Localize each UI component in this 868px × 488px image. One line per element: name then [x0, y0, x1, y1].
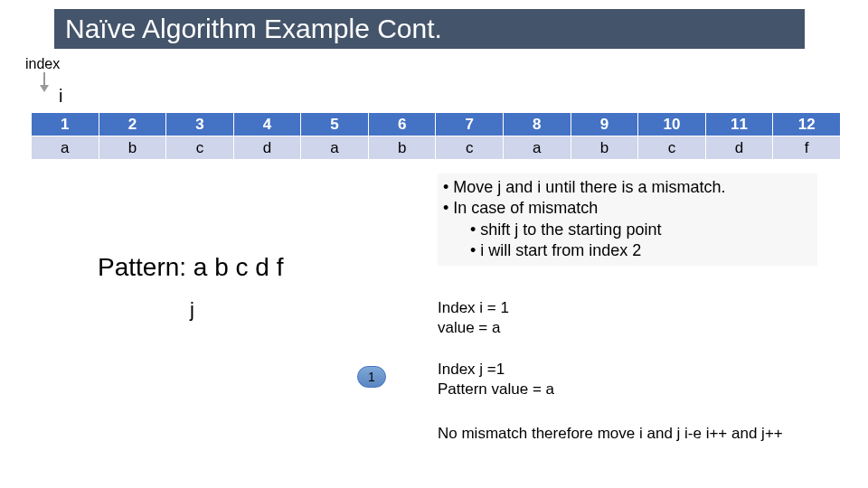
table-header-cell: 7 [436, 113, 504, 136]
table-header-cell: 5 [301, 113, 369, 136]
table-header-cell: 2 [99, 113, 166, 136]
table-value-cell: c [638, 136, 706, 160]
bullet-item: In case of mismatch [443, 198, 812, 219]
i-pointer-label: i [59, 86, 62, 107]
table-value-cell: b [368, 136, 436, 160]
status-i-value: value = a [438, 318, 509, 338]
table-header-cell: 4 [233, 113, 301, 136]
table-value-cell: a [32, 136, 99, 160]
table-header-cell: 9 [571, 113, 638, 136]
table-header-cell: 8 [504, 113, 571, 136]
j-pointer-label: j [190, 298, 194, 322]
svg-marker-1 [40, 85, 49, 92]
index-label: index [25, 56, 60, 72]
conclusion-text: No mismatch therefore move i and j i-e i… [438, 425, 783, 443]
pattern-label: Pattern: a b c d f [98, 253, 283, 282]
j-value: 1 [368, 370, 375, 384]
table-header-cell: 11 [705, 113, 773, 136]
table-header-cell: 1 [32, 113, 99, 136]
status-j-value: Pattern value = a [438, 380, 554, 399]
table-value-cell: b [571, 136, 638, 160]
table-value-cell: b [99, 136, 166, 160]
text-table: 1 2 3 4 5 6 7 8 9 10 11 12 a b c d a b c… [31, 112, 841, 160]
algorithm-bullets: Move j and i until there is a mismatch. … [438, 174, 817, 266]
bullet-item: Move j and i until there is a mismatch. [443, 177, 812, 198]
table-value-cell: d [233, 136, 301, 160]
bullet-subitem: i will start from index 2 [443, 240, 812, 261]
slide-title: Naïve Algorithm Example Cont. [65, 14, 442, 44]
table-value-cell: f [773, 136, 841, 160]
table-header-cell: 10 [638, 113, 706, 136]
table-value-row: a b c d a b c a b c d f [32, 136, 841, 160]
status-j-index: Index j =1 [438, 360, 554, 380]
bullet-subitem: shift j to the starting point [443, 220, 812, 240]
table-value-cell: a [504, 136, 571, 160]
status-i-index: Index i = 1 [438, 298, 509, 318]
slide-title-bar: Naïve Algorithm Example Cont. [54, 9, 805, 49]
j-value-pill: 1 [357, 366, 386, 388]
status-i-block: Index i = 1 value = a [438, 298, 509, 338]
down-arrow-icon [38, 72, 51, 92]
table-header-cell: 6 [368, 113, 436, 136]
table-value-cell: d [705, 136, 773, 160]
table-header-cell: 3 [166, 113, 234, 136]
table-value-cell: c [166, 136, 234, 160]
table-value-cell: c [436, 136, 504, 160]
status-j-block: Index j =1 Pattern value = a [438, 360, 554, 399]
table-index-row: 1 2 3 4 5 6 7 8 9 10 11 12 [32, 113, 841, 136]
table-header-cell: 12 [773, 113, 841, 136]
table-value-cell: a [301, 136, 369, 160]
